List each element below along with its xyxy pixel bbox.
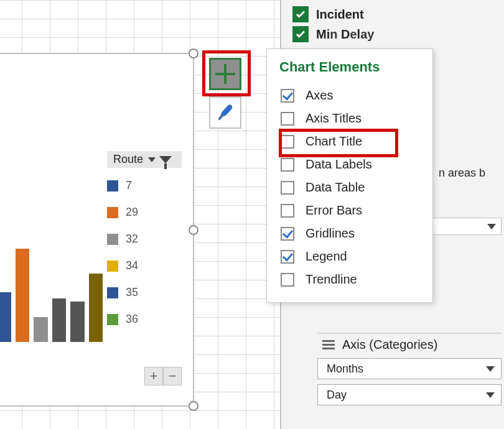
option-label: Axis Titles — [306, 111, 362, 126]
checkbox-icon[interactable] — [281, 273, 294, 287]
chart-element-option[interactable]: Gridlines — [279, 222, 424, 245]
chart-elements-popup: Chart Elements AxesAxis TitlesChart Titl… — [266, 48, 433, 303]
chart-zoom-controls: + − — [144, 367, 182, 385]
chart-element-option[interactable]: Data Table — [279, 176, 424, 199]
plus-icon — [215, 64, 235, 84]
bar — [52, 298, 67, 342]
chart-element-option[interactable]: Error Bars — [279, 199, 424, 222]
zoom-in-button[interactable]: + — [144, 367, 163, 385]
chart-element-option[interactable]: Data Labels — [279, 153, 424, 176]
resize-handle[interactable] — [189, 401, 198, 411]
chart-side-tools — [209, 58, 241, 129]
chart-legend[interactable]: Route 72932343536 — [107, 151, 188, 326]
option-label: Trendline — [306, 272, 357, 287]
bar — [70, 302, 85, 342]
option-label: Chart Title — [306, 134, 362, 149]
chart-elements-button[interactable] — [209, 58, 241, 90]
legend-label: 32 — [126, 233, 138, 246]
option-label: Data Labels — [306, 157, 372, 172]
checkbox-icon[interactable] — [281, 158, 294, 172]
option-label: Error Bars — [306, 203, 362, 218]
legend-label: 7 — [126, 179, 132, 192]
legend-label: 34 — [126, 259, 138, 272]
option-label: Legend — [306, 249, 347, 264]
legend-label: 36 — [126, 313, 138, 326]
legend-item[interactable]: 29 — [107, 206, 188, 219]
axis-categories-section: Axis (Categories) Months Day — [317, 333, 502, 410]
color-swatch — [107, 314, 118, 325]
checkbox-icon[interactable] — [281, 181, 294, 195]
field-incident-label: Incident — [316, 7, 364, 22]
chart-element-option[interactable]: Axes — [279, 84, 424, 107]
legend-item[interactable]: 32 — [107, 233, 188, 246]
legend-item[interactable]: 36 — [107, 313, 188, 326]
checkbox-icon[interactable] — [281, 112, 294, 126]
checkbox-icon[interactable] — [281, 89, 294, 103]
chart-element-option[interactable]: Trendline — [279, 268, 424, 291]
dropdown-icon — [148, 157, 156, 162]
zoom-out-button[interactable]: − — [163, 367, 182, 385]
axis-icon — [322, 340, 335, 349]
legend-label: 29 — [126, 206, 138, 219]
chart-element-option[interactable]: Chart Title — [279, 130, 424, 153]
checkbox-icon[interactable] — [281, 227, 294, 241]
option-label: Axes — [306, 88, 333, 103]
chart-styles-button[interactable] — [209, 96, 241, 129]
popup-title: Chart Elements — [279, 59, 424, 75]
legend-item[interactable]: 35 — [107, 286, 188, 299]
combo-value: Day — [327, 389, 347, 402]
checkbox-icon[interactable] — [281, 204, 294, 218]
axis-section-label: Axis (Categories) — [342, 338, 437, 352]
color-swatch — [107, 180, 118, 191]
filter-icon — [159, 156, 172, 164]
resize-handle[interactable] — [189, 48, 198, 58]
legend-title: Route — [113, 153, 143, 166]
bar — [0, 292, 11, 342]
bar — [89, 274, 103, 342]
bar — [16, 249, 30, 342]
legend-item[interactable]: 7 — [107, 179, 188, 192]
combo-value: Months — [327, 362, 363, 376]
field-min-delay-label: Min Delay — [316, 27, 374, 42]
chevron-down-icon — [486, 392, 495, 398]
drag-areas-hint: n areas b — [439, 167, 485, 180]
color-swatch — [107, 234, 118, 245]
bar — [34, 317, 48, 342]
checkbox-icon[interactable] — [281, 250, 294, 264]
chevron-down-icon — [487, 224, 496, 229]
axis-field-day[interactable]: Day — [317, 384, 502, 405]
legend-label: 35 — [126, 286, 138, 299]
axis-field-months[interactable]: Months — [317, 358, 502, 379]
legend-title-row[interactable]: Route — [107, 151, 182, 168]
chart-element-option[interactable]: Axis Titles — [279, 107, 424, 130]
checkbox-icon[interactable] — [281, 135, 294, 149]
checkbox-checked-icon[interactable] — [292, 6, 309, 22]
option-label: Gridlines — [306, 226, 355, 241]
paintbrush-icon — [215, 102, 236, 123]
field-min-delay-row[interactable]: Min Delay — [281, 26, 504, 42]
color-swatch — [107, 261, 118, 272]
chart-bars — [0, 246, 103, 342]
option-label: Data Table — [306, 180, 365, 195]
checkbox-checked-icon[interactable] — [292, 26, 309, 42]
chevron-down-icon — [486, 366, 495, 372]
field-incident-row[interactable]: Incident — [281, 2, 504, 26]
axis-section-header[interactable]: Axis (Categories) — [317, 333, 502, 358]
color-swatch — [107, 207, 118, 218]
color-swatch — [107, 287, 118, 298]
legend-item[interactable]: 34 — [107, 259, 188, 272]
chart-element-option[interactable]: Legend — [279, 245, 424, 268]
resize-handle[interactable] — [189, 225, 198, 235]
